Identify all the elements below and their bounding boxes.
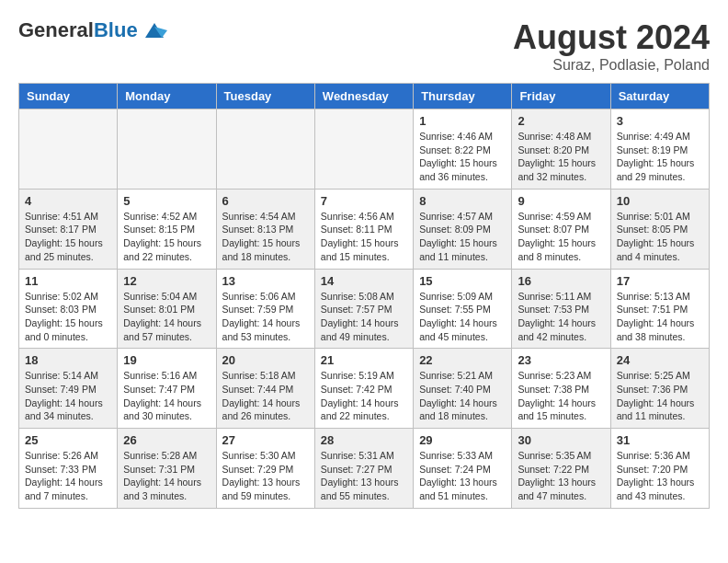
day-number: 9: [518, 194, 604, 208]
day-number: 6: [222, 194, 309, 208]
day-info: Sunrise: 5:33 AM Sunset: 7:24 PM Dayligh…: [419, 449, 506, 503]
day-info: Sunrise: 5:21 AM Sunset: 7:40 PM Dayligh…: [419, 369, 506, 423]
calendar-cell: 27Sunrise: 5:30 AM Sunset: 7:29 PM Dayli…: [216, 429, 314, 509]
calendar-cell: 5Sunrise: 4:52 AM Sunset: 8:15 PM Daylig…: [118, 189, 216, 269]
day-info: Sunrise: 4:49 AM Sunset: 8:19 PM Dayligh…: [617, 130, 703, 184]
day-number: 20: [222, 353, 309, 367]
day-number: 28: [321, 433, 407, 447]
day-number: 11: [25, 274, 111, 288]
day-info: Sunrise: 4:51 AM Sunset: 8:17 PM Dayligh…: [25, 210, 111, 264]
logo-general-text: General: [18, 18, 94, 42]
day-info: Sunrise: 5:35 AM Sunset: 7:22 PM Dayligh…: [518, 449, 604, 503]
calendar-week-row: 1Sunrise: 4:46 AM Sunset: 8:22 PM Daylig…: [19, 109, 710, 190]
calendar-cell: 29Sunrise: 5:33 AM Sunset: 7:24 PM Dayli…: [414, 429, 512, 509]
calendar-cell: 4Sunrise: 4:51 AM Sunset: 8:17 PM Daylig…: [19, 189, 118, 269]
calendar-table: SundayMondayTuesdayWednesdayThursdayFrid…: [18, 83, 710, 509]
calendar-cell: 13Sunrise: 5:06 AM Sunset: 7:59 PM Dayli…: [216, 269, 314, 349]
day-number: 16: [518, 274, 604, 288]
day-number: 25: [25, 433, 111, 447]
calendar-cell: 9Sunrise: 4:59 AM Sunset: 8:07 PM Daylig…: [512, 189, 610, 269]
day-number: 5: [123, 194, 210, 208]
calendar-cell: 28Sunrise: 5:31 AM Sunset: 7:27 PM Dayli…: [314, 429, 413, 509]
title-section: August 2024 Suraz, Podlasie, Poland: [513, 18, 710, 74]
calendar-cell: 21Sunrise: 5:19 AM Sunset: 7:42 PM Dayli…: [314, 349, 413, 429]
calendar-cell: 31Sunrise: 5:36 AM Sunset: 7:20 PM Dayli…: [610, 429, 709, 509]
day-info: Sunrise: 5:13 AM Sunset: 7:51 PM Dayligh…: [617, 290, 703, 344]
day-info: Sunrise: 5:28 AM Sunset: 7:31 PM Dayligh…: [123, 449, 210, 503]
calendar-cell: 15Sunrise: 5:09 AM Sunset: 7:55 PM Dayli…: [414, 269, 512, 349]
day-info: Sunrise: 4:59 AM Sunset: 8:07 PM Dayligh…: [518, 210, 604, 264]
calendar-cell: [118, 109, 216, 190]
weekday-header: Monday: [118, 84, 216, 109]
calendar-cell: [19, 109, 118, 190]
calendar-week-row: 25Sunrise: 5:26 AM Sunset: 7:33 PM Dayli…: [19, 429, 710, 509]
day-info: Sunrise: 5:09 AM Sunset: 7:55 PM Dayligh…: [419, 290, 506, 344]
day-number: 22: [419, 353, 506, 367]
day-info: Sunrise: 5:14 AM Sunset: 7:49 PM Dayligh…: [25, 369, 111, 423]
calendar-cell: [216, 109, 314, 190]
day-number: 21: [321, 353, 407, 367]
logo: General Blue: [18, 18, 167, 42]
day-info: Sunrise: 4:54 AM Sunset: 8:13 PM Dayligh…: [222, 210, 309, 264]
calendar-cell: 2Sunrise: 4:48 AM Sunset: 8:20 PM Daylig…: [512, 109, 610, 190]
day-number: 2: [518, 114, 604, 128]
logo-icon: [142, 21, 167, 41]
day-info: Sunrise: 5:19 AM Sunset: 7:42 PM Dayligh…: [321, 369, 407, 423]
calendar-cell: 1Sunrise: 4:46 AM Sunset: 8:22 PM Daylig…: [414, 109, 512, 190]
calendar-week-row: 18Sunrise: 5:14 AM Sunset: 7:49 PM Dayli…: [19, 349, 710, 429]
calendar-cell: 26Sunrise: 5:28 AM Sunset: 7:31 PM Dayli…: [118, 429, 216, 509]
day-number: 12: [123, 274, 210, 288]
weekday-header: Thursday: [414, 84, 512, 109]
day-info: Sunrise: 5:36 AM Sunset: 7:20 PM Dayligh…: [617, 449, 703, 503]
day-number: 17: [617, 274, 703, 288]
day-info: Sunrise: 4:57 AM Sunset: 8:09 PM Dayligh…: [419, 210, 506, 264]
day-info: Sunrise: 5:23 AM Sunset: 7:38 PM Dayligh…: [518, 369, 604, 423]
day-number: 31: [617, 433, 703, 447]
weekday-header: Saturday: [610, 84, 709, 109]
calendar-cell: 23Sunrise: 5:23 AM Sunset: 7:38 PM Dayli…: [512, 349, 610, 429]
weekday-header: Sunday: [19, 84, 118, 109]
day-number: 7: [321, 194, 407, 208]
day-info: Sunrise: 5:30 AM Sunset: 7:29 PM Dayligh…: [222, 449, 309, 503]
calendar-cell: 20Sunrise: 5:18 AM Sunset: 7:44 PM Dayli…: [216, 349, 314, 429]
day-info: Sunrise: 4:46 AM Sunset: 8:22 PM Dayligh…: [419, 130, 506, 184]
day-number: 8: [419, 194, 506, 208]
day-info: Sunrise: 5:25 AM Sunset: 7:36 PM Dayligh…: [617, 369, 703, 423]
calendar-cell: 18Sunrise: 5:14 AM Sunset: 7:49 PM Dayli…: [19, 349, 118, 429]
calendar-cell: 6Sunrise: 4:54 AM Sunset: 8:13 PM Daylig…: [216, 189, 314, 269]
day-info: Sunrise: 5:04 AM Sunset: 8:01 PM Dayligh…: [123, 290, 210, 344]
day-number: 23: [518, 353, 604, 367]
day-number: 29: [419, 433, 506, 447]
day-number: 10: [617, 194, 703, 208]
day-number: 27: [222, 433, 309, 447]
day-info: Sunrise: 4:56 AM Sunset: 8:11 PM Dayligh…: [321, 210, 407, 264]
month-year: August 2024: [513, 18, 710, 57]
day-number: 26: [123, 433, 210, 447]
calendar-cell: 16Sunrise: 5:11 AM Sunset: 7:53 PM Dayli…: [512, 269, 610, 349]
calendar-cell: 11Sunrise: 5:02 AM Sunset: 8:03 PM Dayli…: [19, 269, 118, 349]
calendar-cell: 30Sunrise: 5:35 AM Sunset: 7:22 PM Dayli…: [512, 429, 610, 509]
location: Suraz, Podlasie, Poland: [513, 57, 710, 74]
day-info: Sunrise: 5:02 AM Sunset: 8:03 PM Dayligh…: [25, 290, 111, 344]
logo-blue-text: Blue: [94, 18, 138, 42]
day-info: Sunrise: 5:08 AM Sunset: 7:57 PM Dayligh…: [321, 290, 407, 344]
weekday-header: Wednesday: [314, 84, 413, 109]
calendar-cell: 8Sunrise: 4:57 AM Sunset: 8:09 PM Daylig…: [414, 189, 512, 269]
day-info: Sunrise: 5:31 AM Sunset: 7:27 PM Dayligh…: [321, 449, 407, 503]
day-number: 15: [419, 274, 506, 288]
calendar-week-row: 4Sunrise: 4:51 AM Sunset: 8:17 PM Daylig…: [19, 189, 710, 269]
calendar-cell: 10Sunrise: 5:01 AM Sunset: 8:05 PM Dayli…: [610, 189, 709, 269]
page-header: General Blue August 2024 Suraz, Podlasie…: [18, 18, 710, 74]
day-info: Sunrise: 5:16 AM Sunset: 7:47 PM Dayligh…: [123, 369, 210, 423]
calendar-cell: [314, 109, 413, 190]
day-number: 1: [419, 114, 506, 128]
calendar-cell: 17Sunrise: 5:13 AM Sunset: 7:51 PM Dayli…: [610, 269, 709, 349]
day-number: 3: [617, 114, 703, 128]
calendar-cell: 25Sunrise: 5:26 AM Sunset: 7:33 PM Dayli…: [19, 429, 118, 509]
day-number: 14: [321, 274, 407, 288]
weekday-header-row: SundayMondayTuesdayWednesdayThursdayFrid…: [19, 84, 710, 109]
day-number: 30: [518, 433, 604, 447]
day-info: Sunrise: 5:26 AM Sunset: 7:33 PM Dayligh…: [25, 449, 111, 503]
calendar-cell: 12Sunrise: 5:04 AM Sunset: 8:01 PM Dayli…: [118, 269, 216, 349]
day-info: Sunrise: 5:11 AM Sunset: 7:53 PM Dayligh…: [518, 290, 604, 344]
